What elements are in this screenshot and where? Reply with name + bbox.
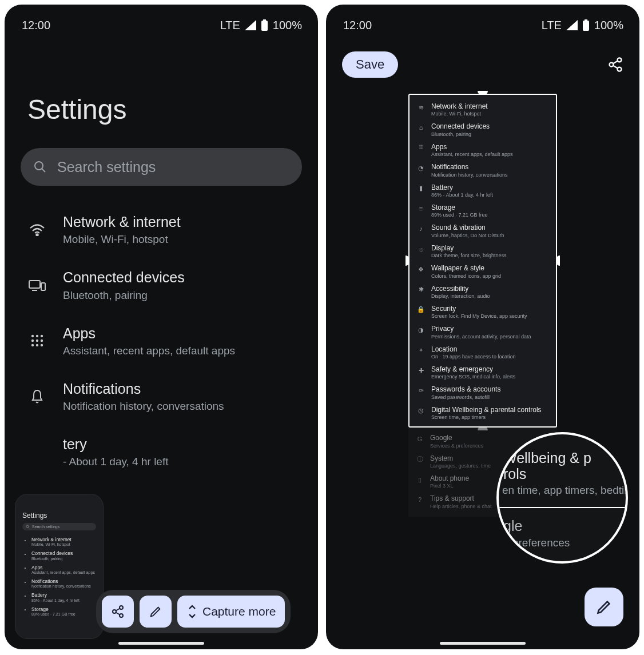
setting-row-battery[interactable]: tery - About 1 day, 4 hr left xyxy=(16,424,307,480)
setting-title: Connected devices xyxy=(431,122,490,130)
setting-title: Storage xyxy=(431,203,488,211)
long-setting-row[interactable]: ☼ Display Dark theme, font size, brightn… xyxy=(413,241,552,261)
setting-row-apps[interactable]: Apps Assistant, recent apps, default app… xyxy=(16,313,307,369)
setting-row-connected-devices[interactable]: Connected devices Bluetooth, pairing xyxy=(16,257,307,313)
mini-search: Search settings xyxy=(22,523,96,530)
access-icon: ✱ xyxy=(416,285,426,294)
long-setting-row[interactable]: ◔ Notifications Notification history, co… xyxy=(413,160,552,180)
long-setting-row[interactable]: ◑ Privacy Permissions, account activity,… xyxy=(413,322,552,342)
safety-icon: ✚ xyxy=(416,366,426,375)
status-network: LTE xyxy=(542,19,562,32)
setting-title: Apps xyxy=(431,143,513,151)
top-actions: Save xyxy=(326,37,639,83)
setting-row-network[interactable]: Network & internet Mobile, Wi-Fi, hotspo… xyxy=(16,202,307,257)
setting-subtitle: Mobile, Wi-Fi, hotspot xyxy=(63,233,181,246)
setting-title: Wallpaper & style xyxy=(431,264,501,272)
svg-rect-1 xyxy=(261,21,268,31)
page-title-area: Settings xyxy=(5,37,318,142)
long-setting-row[interactable]: ≋ Network & internet Mobile, Wi-Fi, hots… xyxy=(413,99,552,119)
long-setting-row[interactable]: ❖ Wallpaper & style Colors, themed icons… xyxy=(413,261,552,281)
setting-subtitle: Mobile, Wi-Fi, hotspot xyxy=(431,111,488,117)
long-setting-row[interactable]: ⌂ Connected devices Bluetooth, pairing xyxy=(413,119,552,139)
svg-line-30 xyxy=(613,66,618,69)
battery-icon xyxy=(261,19,268,31)
crop-handle-left[interactable] xyxy=(406,255,410,266)
svg-point-19 xyxy=(120,606,123,609)
crop-handle-right[interactable] xyxy=(556,255,560,266)
capture-more-button[interactable]: Capture more xyxy=(177,596,285,628)
mini-setting-row: •Storage89% used · 7.21 GB free xyxy=(21,605,97,618)
long-setting-row[interactable]: ⠿ Apps Assistant, recent apps, default a… xyxy=(413,140,552,160)
setting-subtitle: Bluetooth, pairing xyxy=(63,289,185,302)
setting-subtitle: On · 19 apps have access to location xyxy=(431,354,516,360)
setting-row-notifications[interactable]: Notifications Notification history, conv… xyxy=(16,369,307,424)
svg-point-12 xyxy=(36,340,38,342)
lock-icon: 🔒 xyxy=(416,305,426,314)
setting-subtitle: - About 1 day, 4 hr left xyxy=(63,456,168,468)
long-setting-row[interactable]: ✚ Safety & emergency Emergency SOS, medi… xyxy=(413,362,552,382)
long-setting-row[interactable]: 🔒 Security Screen lock, Find My Device, … xyxy=(413,302,552,322)
crop-selection[interactable]: ≋ Network & internet Mobile, Wi-Fi, hots… xyxy=(408,94,557,428)
privacy-icon: ◑ xyxy=(416,325,426,334)
mini-title: Settings xyxy=(22,512,97,520)
svg-rect-25 xyxy=(583,21,589,31)
devices-icon xyxy=(29,279,46,291)
long-setting-row[interactable]: ≡ Storage 89% used · 7.21 GB free xyxy=(413,201,552,221)
share-button[interactable] xyxy=(607,57,623,73)
status-right: LTE 100% xyxy=(220,19,302,32)
magnifier-crop-edge xyxy=(496,507,628,508)
status-bar: 12:00 LTE 100% xyxy=(326,5,639,37)
status-right: LTE 100% xyxy=(542,19,623,32)
setting-title: Privacy xyxy=(431,325,531,333)
settings-list: Network & internet Mobile, Wi-Fi, hotspo… xyxy=(5,196,318,480)
wifi-icon: ≋ xyxy=(416,103,426,112)
screenshot-preview[interactable]: 12:00 ▮ Settings Search settings •Networ… xyxy=(15,494,104,639)
edit-button[interactable] xyxy=(585,588,623,626)
battery-icon: ▮ xyxy=(416,184,426,193)
setting-title: Network & internet xyxy=(63,213,181,231)
wellbe-icon: ◷ xyxy=(416,406,426,416)
long-setting-row[interactable]: ⌖ Location On · 19 apps have access to l… xyxy=(413,342,552,362)
long-setting-row[interactable]: ♪ Sound & vibration Volume, haptics, Do … xyxy=(413,221,552,241)
svg-point-17 xyxy=(26,525,29,528)
setting-subtitle: Pixel 3 XL xyxy=(430,483,469,489)
svg-point-15 xyxy=(36,344,38,346)
magnified-title: Wellbeing & p xyxy=(503,450,620,466)
setting-subtitle: Display, interaction, audio xyxy=(431,293,490,299)
signal-icon xyxy=(245,20,256,30)
mini-setting-row: •NotificationsNotification history, conv… xyxy=(21,577,97,590)
magnified-title: gle xyxy=(503,518,620,534)
setting-subtitle: Colors, themed icons, app grid xyxy=(431,273,501,279)
svg-point-21 xyxy=(120,614,123,617)
magnified-subtitle: en time, app timers, bedtim xyxy=(502,484,620,497)
setting-subtitle: Volume, haptics, Do Not Disturb xyxy=(431,233,504,238)
long-setting-row[interactable]: ▮ Battery 86% - About 1 day, 4 hr left xyxy=(413,181,552,201)
svg-point-10 xyxy=(41,335,43,337)
setting-title: Apps xyxy=(63,325,235,342)
setting-subtitle: Services & preferences xyxy=(430,443,483,449)
nav-bar-pill[interactable] xyxy=(118,642,204,645)
search-placeholder: Search settings xyxy=(57,159,156,175)
setting-title: About phone xyxy=(430,474,469,482)
setting-title: Sound & vibration xyxy=(431,223,504,231)
svg-rect-6 xyxy=(41,283,45,290)
nav-bar-pill[interactable] xyxy=(440,642,526,645)
search-settings[interactable]: Search settings xyxy=(21,148,302,186)
mini-setting-row: •Network & internetMobile, Wi-Fi, hotspo… xyxy=(21,535,97,549)
long-setting-row[interactable]: ◷ Digital Wellbeing & parental controls … xyxy=(413,403,552,423)
svg-point-11 xyxy=(31,340,34,342)
svg-point-26 xyxy=(618,58,622,62)
long-setting-row[interactable]: ✑ Passwords & accounts Saved passwords, … xyxy=(413,382,552,402)
mini-setting-row: •Connected devicesBluetooth, pairing xyxy=(21,549,97,562)
edit-button[interactable] xyxy=(140,596,172,628)
crop-magnifier: Wellbeing & p rols en time, app timers, … xyxy=(496,432,628,564)
svg-point-16 xyxy=(41,344,43,346)
setting-title: Battery xyxy=(431,183,493,191)
save-button[interactable]: Save xyxy=(342,51,398,78)
setting-subtitle: Help articles, phone & chat xyxy=(430,504,492,509)
signal-icon xyxy=(566,20,578,30)
share-button[interactable] xyxy=(102,596,134,628)
svg-point-13 xyxy=(41,340,43,342)
long-setting-row[interactable]: ✱ Accessibility Display, interaction, au… xyxy=(413,282,552,302)
bell-icon xyxy=(30,389,44,404)
